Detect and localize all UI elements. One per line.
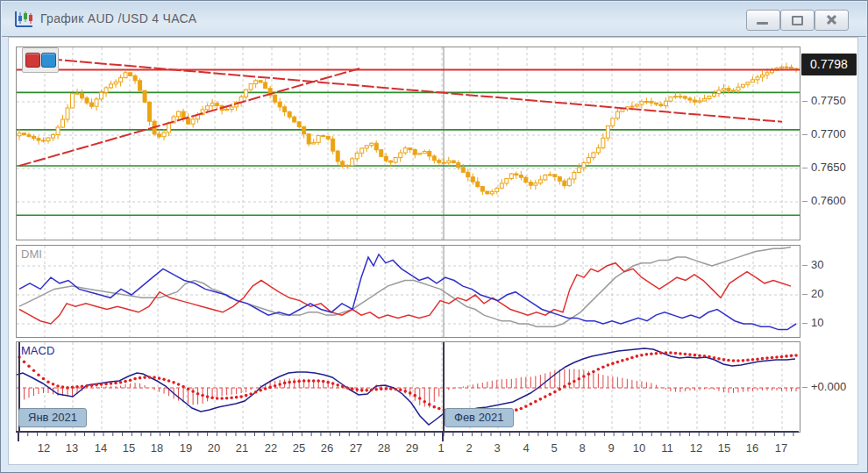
signal-dot xyxy=(225,397,229,400)
signal-dot xyxy=(756,357,759,361)
candle-body xyxy=(274,95,277,102)
candle-body xyxy=(442,162,445,163)
signal-dot xyxy=(230,396,233,399)
candle-body xyxy=(480,187,484,191)
signal-dot xyxy=(374,388,378,391)
restore-button[interactable] xyxy=(780,10,815,31)
signal-dot xyxy=(365,389,368,392)
time-axis: 1213141518192021222526272829123458910111… xyxy=(16,431,799,459)
signal-dot xyxy=(181,385,185,389)
candle-body xyxy=(278,102,281,107)
candle-body xyxy=(288,111,291,117)
candle-body xyxy=(505,178,509,183)
signal-dot xyxy=(761,357,765,361)
candle-body xyxy=(432,156,436,161)
candle-body xyxy=(683,97,687,98)
signal-dot xyxy=(56,384,60,388)
signal-dot xyxy=(245,394,248,398)
signal-dot xyxy=(746,359,750,362)
chart-window: График AUD /USD 4 ЧАСА DMI MACD 0.7798 1… xyxy=(0,0,868,473)
signal-dot xyxy=(283,382,287,385)
close-button[interactable] xyxy=(815,10,849,31)
candle-body xyxy=(789,68,793,68)
price-axis-label: 0.7650 xyxy=(802,161,857,174)
signal-dot xyxy=(423,400,426,404)
x-axis-label: 9 xyxy=(608,441,614,455)
title-bar[interactable]: График AUD /USD 4 ЧАСА xyxy=(2,2,866,37)
candle-body xyxy=(95,99,98,106)
candle-body xyxy=(341,161,345,166)
signal-dot xyxy=(790,355,793,358)
signal-dot xyxy=(403,390,407,393)
candle-body xyxy=(736,87,740,90)
red-marker-button[interactable] xyxy=(25,53,40,68)
candle-body xyxy=(731,90,735,91)
signal-dot xyxy=(158,376,161,380)
candle-body xyxy=(515,174,518,176)
dmi-indicator-panel[interactable]: DMI xyxy=(16,245,800,338)
candle-body xyxy=(447,161,451,163)
x-axis-label: 21 xyxy=(236,441,248,455)
blue-marker-button[interactable] xyxy=(41,53,56,68)
candle-body xyxy=(81,93,84,97)
signal-dot xyxy=(139,376,142,380)
candle-body xyxy=(46,138,50,141)
x-axis-label: 8 xyxy=(579,441,585,455)
candle-body xyxy=(452,161,455,162)
signal-dot xyxy=(384,387,388,391)
candle-body xyxy=(519,176,523,178)
signal-dot xyxy=(611,362,615,365)
signal-dot xyxy=(563,384,566,388)
candle-body xyxy=(650,102,653,104)
price-chart-panel[interactable] xyxy=(16,47,800,240)
signal-dot xyxy=(573,380,576,383)
candle-body xyxy=(177,111,181,117)
candle-body xyxy=(428,151,431,155)
signal-dot xyxy=(37,373,40,376)
signal-dot xyxy=(549,393,552,397)
candle-body xyxy=(708,97,711,99)
candle-body xyxy=(635,104,638,106)
candle-body xyxy=(413,150,416,154)
candle-body xyxy=(384,156,388,161)
signal-dot xyxy=(210,396,214,399)
macd-indicator-panel[interactable]: MACD xyxy=(16,341,800,433)
x-axis-label: 22 xyxy=(265,441,277,455)
signal-dot xyxy=(559,388,562,391)
signal-dot xyxy=(307,379,310,383)
candle-body xyxy=(71,94,75,108)
signal-dot xyxy=(341,385,345,389)
x-axis-label: 20 xyxy=(208,441,220,455)
signal-dot xyxy=(389,387,393,391)
candle-body xyxy=(297,122,301,126)
candle-body xyxy=(259,81,262,82)
candle-body xyxy=(673,97,677,97)
candle-body xyxy=(495,188,499,191)
candle-body xyxy=(490,191,494,194)
candle-body xyxy=(785,67,788,68)
signal-dot xyxy=(187,388,190,391)
candle-body xyxy=(225,110,229,111)
time-axis-svg: 1213141518192021222526272829123458910111… xyxy=(16,431,799,459)
candle-body xyxy=(640,102,644,104)
signal-dot xyxy=(220,397,224,400)
signal-dot xyxy=(669,351,672,355)
signal-dot xyxy=(42,377,46,381)
candle-body xyxy=(553,175,557,177)
candle-body xyxy=(42,140,46,141)
candle-body xyxy=(119,78,123,82)
candle-body xyxy=(529,183,532,186)
x-axis-label: 13 xyxy=(66,441,78,455)
candle-body xyxy=(264,82,267,89)
minimize-button[interactable] xyxy=(746,10,780,31)
minus-di-line xyxy=(19,263,791,324)
candle-body xyxy=(389,161,393,162)
signal-dot xyxy=(399,388,402,391)
candle-body xyxy=(693,100,696,102)
x-axis-label: 12 xyxy=(690,441,702,455)
signal-dot xyxy=(119,381,123,384)
signal-dot xyxy=(322,380,325,383)
signal-dot xyxy=(162,378,166,382)
signal-dot xyxy=(775,355,779,359)
signal-dot xyxy=(100,383,103,386)
